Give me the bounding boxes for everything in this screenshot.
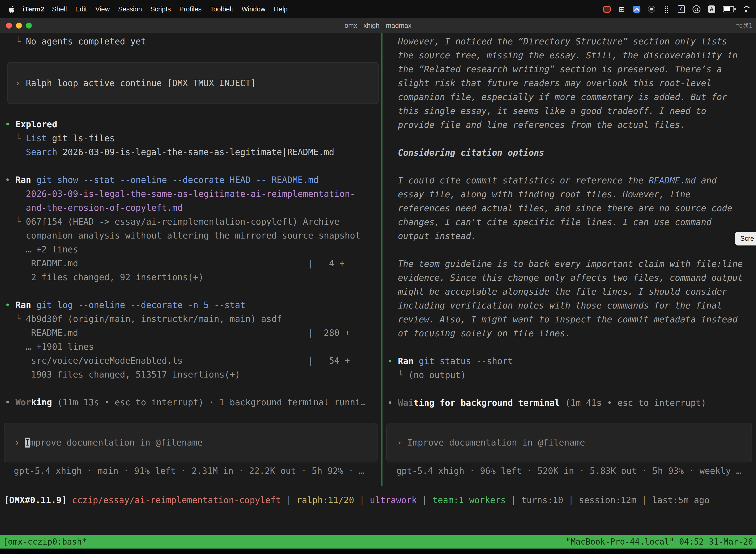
text-segment: README.md bbox=[649, 175, 696, 185]
terminal-line: However, I noticed the “Directory Struct… bbox=[387, 35, 756, 48]
left-input-box[interactable]: › Improve documentation in @filename bbox=[4, 423, 378, 462]
text-segment: Explored bbox=[15, 119, 57, 129]
menu-item-help[interactable]: Help bbox=[270, 5, 292, 13]
text-segment: ralph:11/20 bbox=[297, 495, 354, 505]
terminal-line: of focusing solely on file lines. bbox=[387, 326, 756, 340]
text-segment: Wai bbox=[398, 398, 414, 408]
window-shortcut: ⌥⌘1 bbox=[736, 22, 756, 29]
menu-list: ShellEditViewSessionScriptsProfilesToolb… bbox=[48, 5, 292, 13]
text-segment: cczip/essay/ai-reimplementation-copyleft bbox=[72, 495, 281, 505]
right-pane: However, I noticed the “Directory Struct… bbox=[382, 33, 756, 486]
terminal-line: the source tree, missing the essay. Stil… bbox=[387, 48, 756, 62]
screen-edge-tooltip[interactable]: Scre bbox=[735, 232, 756, 245]
blank-line bbox=[5, 382, 381, 395]
prompt-icon: › bbox=[14, 438, 25, 447]
battery-icon[interactable] bbox=[723, 6, 734, 12]
text-segment: Ran bbox=[15, 175, 31, 185]
text-segment: └ bbox=[5, 37, 26, 46]
text-segment: No agents completed yet bbox=[26, 37, 146, 46]
close-button[interactable] bbox=[6, 22, 12, 29]
text-segment: (11m 13s • esc to interrupt) · 1 backgro… bbox=[52, 397, 366, 407]
blank-line bbox=[387, 160, 756, 173]
raycast-icon[interactable] bbox=[633, 6, 640, 13]
traffic-lights bbox=[0, 22, 32, 29]
text-segment: Ran bbox=[15, 300, 31, 310]
text-segment: 2026-03-09-is-legal-the-same-as-legitima… bbox=[5, 189, 355, 199]
menu-item-scripts[interactable]: Scripts bbox=[146, 5, 175, 13]
text-segment: essay file, along with finding root file… bbox=[387, 189, 691, 199]
terminal-line: • Waiting for background terminal (1m 41… bbox=[387, 396, 756, 410]
text-segment: king bbox=[31, 397, 52, 407]
menu-item-view[interactable]: View bbox=[91, 5, 114, 13]
inject-banner[interactable]: › Ralph loop active continue [OMX_TMUX_I… bbox=[7, 62, 379, 104]
wifi-icon[interactable] bbox=[742, 5, 750, 13]
apple-menu-icon[interactable] bbox=[4, 6, 19, 13]
right-pane-content: However, I noticed the “Directory Struct… bbox=[382, 33, 756, 423]
text-segment: └ bbox=[5, 133, 26, 143]
terminal-line: changes, I can't cite specific file line… bbox=[387, 215, 756, 229]
text-segment bbox=[5, 147, 26, 157]
terminal-line: companion analysis without altering the … bbox=[5, 229, 381, 242]
menu-item-edit[interactable]: Edit bbox=[71, 5, 91, 13]
titlebar[interactable]: omx --xhigh --madmax ⌥⌘1 bbox=[0, 18, 756, 33]
keystroke-icon[interactable] bbox=[648, 6, 655, 13]
menu-item-toolbelt[interactable]: Toolbelt bbox=[206, 5, 237, 13]
right-input-box[interactable]: › Improve documentation in @filename bbox=[386, 423, 752, 462]
text-segment: 1903 files changed, 513517 insertions(+) bbox=[5, 370, 240, 380]
terminal-line: • Ran git show --stat --oneline --decora… bbox=[5, 173, 381, 187]
text-segment: Considering citation options bbox=[387, 148, 544, 158]
terminal-line: The team guideline is to back every impo… bbox=[387, 257, 756, 271]
text-segment: turns:10 bbox=[521, 495, 563, 505]
left-pane-content: └ No agents completed yet› Ralph loop ac… bbox=[0, 33, 381, 423]
menu-item-window[interactable]: Window bbox=[237, 5, 270, 13]
menu-item-profiles[interactable]: Profiles bbox=[175, 5, 206, 13]
blank-line bbox=[387, 132, 756, 146]
text-segment: src/voice/voiceModeEnabled.ts | 54 + bbox=[5, 356, 350, 366]
grid-icon[interactable]: ⊞ bbox=[618, 5, 626, 13]
minimize-button[interactable] bbox=[16, 22, 22, 29]
terminal-line: Search 2026-03-09-is-legal-the-same-as-l… bbox=[5, 145, 381, 159]
text-segment: companion file, especially if more comme… bbox=[387, 92, 727, 102]
terminal-line: 2 files changed, 92 insertions(+) bbox=[5, 270, 381, 284]
text-segment: List bbox=[26, 133, 47, 143]
menu-item-session[interactable]: Session bbox=[114, 5, 146, 13]
text-segment: | bbox=[281, 495, 297, 505]
app-menu-iterm2[interactable]: iTerm2 bbox=[19, 5, 48, 13]
text-segment: └ bbox=[5, 217, 26, 227]
tmux-session-window: [omx-cczip0:bash* bbox=[3, 537, 87, 547]
text-segment: evidence. Since this change only affects… bbox=[387, 273, 743, 283]
menu-item-shell[interactable]: Shell bbox=[48, 5, 71, 13]
omx-status-line: [OMX#0.11.9] cczip/essay/ai-reimplementa… bbox=[0, 486, 756, 521]
apple-logo-icon bbox=[9, 6, 14, 13]
terminal-line: companion file, especially if more comme… bbox=[387, 90, 756, 104]
dots-grid-icon[interactable]: ⣿ bbox=[663, 5, 670, 13]
terminal-line: … +1901 lines bbox=[5, 340, 381, 354]
terminal-line: 1903 files changed, 513517 insertions(+) bbox=[5, 368, 381, 382]
terminal-line: this single essay, it seems like a good … bbox=[387, 104, 756, 118]
text-segment: review. Also, I might want to inspect th… bbox=[387, 315, 738, 324]
text-segment: | bbox=[354, 495, 370, 505]
text-segment: However, I noticed the “Directory Struct… bbox=[387, 37, 727, 46]
menubar: iTerm2 ShellEditViewSessionScriptsProfil… bbox=[0, 0, 756, 18]
battery-percent-badge[interactable]: 61 bbox=[693, 5, 700, 13]
text-segment: [OMX#0.11.9] bbox=[4, 495, 72, 505]
blank-line bbox=[5, 159, 381, 173]
text-segment: └ bbox=[387, 370, 408, 380]
text-segment: git ls-files bbox=[47, 133, 115, 143]
text-segment: 2026-03-09-is-legal-the-same-as-legitima… bbox=[57, 147, 334, 157]
blank-line bbox=[387, 382, 756, 396]
text-segment: • bbox=[5, 175, 15, 185]
terminal-line: README.md | 4 + bbox=[5, 257, 381, 270]
text-segment: last:5m ago bbox=[652, 495, 710, 505]
text-segment: of focusing solely on file lines. bbox=[387, 328, 570, 338]
text-segment: the “Related research writing” section i… bbox=[387, 64, 722, 74]
input-source-icon[interactable]: A bbox=[708, 5, 715, 13]
recording-indicator[interactable] bbox=[603, 6, 611, 13]
text-segment: companion analysis without altering the … bbox=[5, 231, 360, 240]
phone-icon[interactable]: 8 bbox=[678, 5, 685, 13]
terminal-line: └ List git ls-files bbox=[5, 131, 381, 145]
text-segment: Ralph loop active continue [OMX_TMUX_INJ… bbox=[26, 78, 256, 88]
blank-line bbox=[5, 284, 381, 298]
text-segment bbox=[31, 175, 36, 185]
zoom-button[interactable] bbox=[26, 22, 32, 29]
